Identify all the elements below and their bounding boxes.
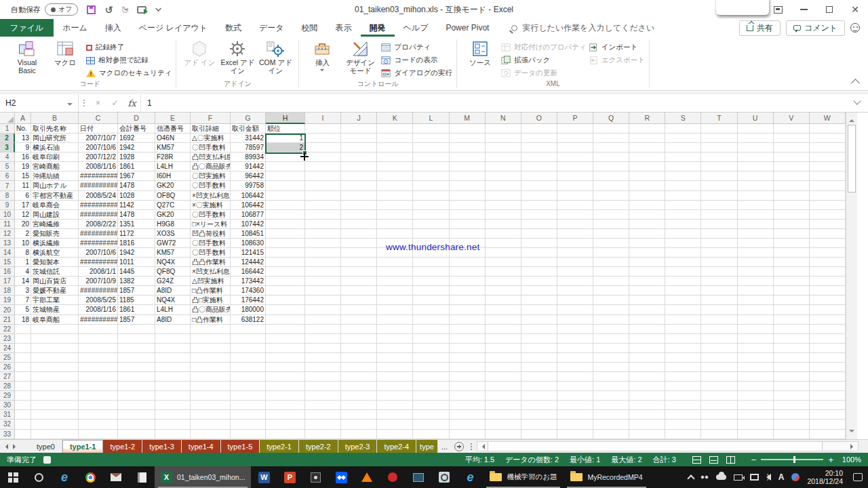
cell-M11[interactable]	[450, 220, 486, 229]
cell-P22[interactable]	[557, 325, 593, 334]
cell-V19[interactable]	[774, 296, 810, 305]
cell-H31[interactable]	[266, 410, 305, 420]
cell-D3[interactable]: 1942	[118, 143, 155, 152]
cell-L27[interactable]	[413, 372, 449, 382]
cell-H3[interactable]: 2	[266, 143, 305, 152]
cell-U29[interactable]	[738, 391, 774, 401]
cell-V9[interactable]	[774, 201, 810, 210]
sheet-tab-type1-3[interactable]: type1-3	[142, 440, 182, 453]
cell-Q17[interactable]	[593, 277, 629, 286]
cell-F7[interactable]: 〇凹手数料	[191, 181, 231, 190]
cell-F10[interactable]: 〇凹手数料	[191, 210, 231, 220]
zoom-in-icon[interactable]: +	[828, 455, 833, 464]
column-header-K[interactable]: K	[377, 113, 413, 124]
cell-F8[interactable]: ×凹支払利息	[191, 191, 231, 201]
cell-U24[interactable]	[738, 344, 774, 353]
cell-H25[interactable]	[266, 353, 305, 363]
cell-T5[interactable]	[701, 162, 737, 171]
cell-S31[interactable]	[665, 410, 701, 420]
cell-M21[interactable]	[450, 315, 486, 325]
cell-G13[interactable]: 108630	[231, 239, 266, 248]
cell-P6[interactable]	[557, 171, 593, 181]
cell-E8[interactable]: OF8Q	[155, 191, 191, 201]
cell-V14[interactable]	[774, 248, 810, 258]
cell-R21[interactable]	[629, 315, 665, 325]
minimize-button[interactable]	[791, 0, 816, 19]
cell-B10[interactable]: 岡山建設	[31, 210, 79, 220]
cell-K12[interactable]	[377, 229, 413, 239]
cell-S30[interactable]	[665, 401, 701, 410]
cell-E33[interactable]	[155, 430, 191, 439]
cell-E25[interactable]	[155, 353, 191, 363]
cell-L30[interactable]	[413, 401, 449, 410]
cell-F4[interactable]: 凸凹支払利息	[191, 152, 231, 162]
column-header-D[interactable]: D	[118, 113, 155, 124]
cell-V5[interactable]	[774, 162, 810, 171]
cell-N17[interactable]	[486, 277, 521, 286]
cell-T9[interactable]	[701, 201, 737, 210]
cell-U16[interactable]	[738, 267, 774, 277]
cell-W12[interactable]	[810, 229, 846, 239]
cell-V12[interactable]	[774, 229, 810, 239]
cell-K10[interactable]	[377, 210, 413, 220]
taskbar-clock[interactable]: 20:10 2018/12/24	[807, 469, 843, 485]
cell-G12[interactable]: 108451	[231, 229, 266, 239]
cell-P16[interactable]	[557, 267, 593, 277]
column-header-U[interactable]: U	[738, 113, 774, 124]
cell-M5[interactable]	[450, 162, 486, 171]
cell-N26[interactable]	[486, 363, 521, 372]
cell-M19[interactable]	[450, 296, 486, 305]
cell-F25[interactable]	[191, 353, 231, 363]
cell-A3[interactable]: 9	[15, 143, 31, 152]
cell-Q2[interactable]	[593, 134, 629, 143]
cell-O28[interactable]	[521, 382, 557, 391]
cell-C29[interactable]	[79, 391, 118, 401]
cell-O11[interactable]	[521, 220, 557, 229]
cell-N21[interactable]	[486, 315, 521, 325]
view-code-button[interactable]: コードの表示	[381, 56, 452, 65]
cell-M30[interactable]	[450, 401, 486, 410]
cell-G17[interactable]: 173442	[231, 277, 266, 286]
cell-C4[interactable]: 2007/12/2	[79, 152, 118, 162]
cell-M23[interactable]	[450, 334, 486, 344]
cell-J9[interactable]	[341, 201, 377, 210]
cell-J22[interactable]	[341, 325, 377, 334]
cell-H5[interactable]	[266, 162, 305, 171]
cell-W6[interactable]	[810, 171, 846, 181]
cell-V3[interactable]	[774, 143, 810, 152]
cell-N13[interactable]	[486, 239, 521, 248]
cell-R25[interactable]	[629, 353, 665, 363]
cell-A30[interactable]	[15, 401, 31, 410]
cell-K19[interactable]	[377, 296, 413, 305]
row-header-14[interactable]: 14	[0, 248, 15, 258]
cell-U2[interactable]	[738, 134, 774, 143]
cell-U5[interactable]	[738, 162, 774, 171]
cell-O19[interactable]	[521, 296, 557, 305]
ribbon-tab-help[interactable]: ヘルプ	[395, 19, 437, 37]
cell-N9[interactable]	[486, 201, 521, 210]
cell-K24[interactable]	[377, 344, 413, 353]
cell-P27[interactable]	[557, 372, 593, 382]
cell-R13[interactable]	[629, 239, 665, 248]
cell-I1[interactable]	[305, 124, 341, 134]
cell-U9[interactable]	[738, 201, 774, 210]
scroll-right-icon[interactable]	[850, 444, 856, 449]
taskbar-powerpoint-button[interactable]: P	[277, 466, 302, 488]
cell-T23[interactable]	[701, 334, 737, 344]
cell-D17[interactable]: 1382	[118, 277, 155, 286]
cell-E28[interactable]	[155, 382, 191, 391]
cell-I32[interactable]	[305, 420, 341, 429]
cell-O33[interactable]	[521, 430, 557, 439]
cell-U31[interactable]	[738, 410, 774, 420]
cell-S6[interactable]	[665, 171, 701, 181]
cell-W10[interactable]	[810, 210, 846, 220]
cell-O7[interactable]	[521, 181, 557, 190]
cell-N27[interactable]	[486, 372, 521, 382]
column-header-T[interactable]: T	[701, 113, 737, 124]
cell-P21[interactable]	[557, 315, 593, 325]
relative-references-button[interactable]: 相対参照で記録	[86, 56, 172, 65]
cell-U28[interactable]	[738, 382, 774, 391]
cell-K33[interactable]	[377, 430, 413, 439]
cell-T32[interactable]	[701, 420, 737, 429]
cell-O8[interactable]	[521, 191, 557, 201]
